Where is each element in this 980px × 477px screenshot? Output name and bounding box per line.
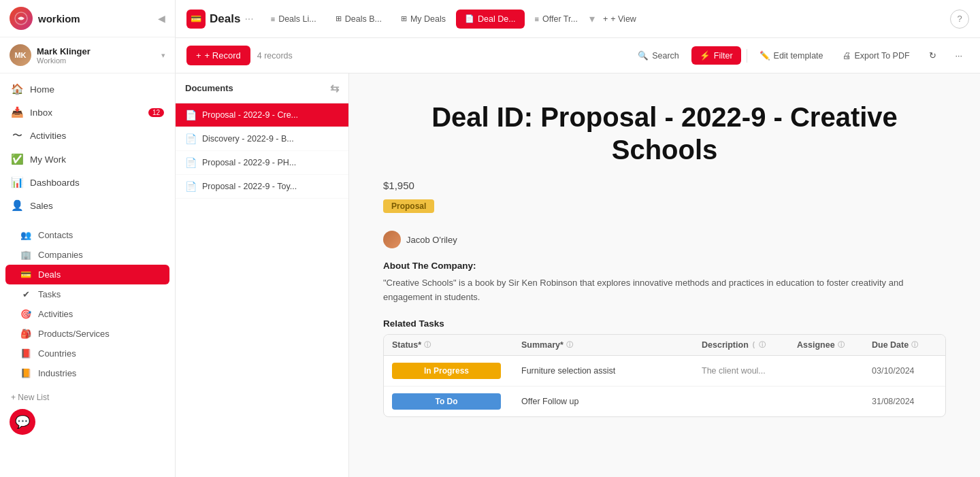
toolbar-separator	[747, 49, 747, 63]
new-list-btn[interactable]: + New List	[0, 387, 175, 408]
desc-info-icon[interactable]: ⓘ	[759, 340, 766, 350]
sidebar-item-home[interactable]: 🏠 Home	[0, 78, 175, 101]
help-button[interactable]: ?	[950, 10, 969, 29]
main-area: 💳 Deals ··· ≡ Deals Li... ⊞ Deals B... ⊞…	[176, 0, 980, 477]
doc-icon-3: 📄	[185, 157, 197, 168]
td-desc-2	[693, 395, 789, 408]
countries-icon: 📕	[20, 348, 31, 359]
nav-industries-label: Industries	[38, 368, 76, 378]
export-pdf-button[interactable]: 🖨 Export To PDF	[836, 47, 917, 65]
activities-sub-icon: 🎯	[20, 309, 31, 319]
td-status-1: In Progress	[384, 356, 513, 386]
nav-activities-label: Activities	[30, 131, 66, 141]
doc-item-1[interactable]: 📄 Proposal - 2022-9 - Cre...	[176, 103, 348, 127]
sidebar-collapse-icon[interactable]: ◀	[158, 13, 165, 24]
sidebar-item-tasks[interactable]: ✔ Tasks	[0, 284, 175, 304]
nav-deals-label: Deals	[38, 269, 61, 280]
edit-template-button[interactable]: ✏️ Edit template	[753, 46, 830, 65]
industries-icon: 📙	[20, 368, 31, 378]
sidebar-item-activities-sub[interactable]: 🎯 Activities	[0, 304, 175, 324]
avatar: MK	[10, 44, 31, 66]
tab-dropdown-icon[interactable]: ▾	[589, 12, 595, 25]
search-icon: 🔍	[638, 50, 649, 61]
doc-item-4[interactable]: 📄 Proposal - 2022-9 - Toy...	[176, 175, 348, 199]
nav-mywork-label: My Work	[30, 154, 66, 165]
sidebar: workiom ◀ MK Mark Klinger Workiom ▾ 🏠 Ho…	[0, 0, 176, 477]
filter-button[interactable]: ⚡ Filter	[691, 46, 741, 65]
tab-deals-board-icon: ⊞	[336, 14, 342, 23]
td-assignee-2	[789, 395, 864, 408]
tab-deals-board[interactable]: ⊞ Deals B...	[327, 10, 391, 29]
inbox-badge: 12	[148, 108, 164, 117]
tab-deals-list-icon: ≡	[271, 15, 275, 23]
table-row: In Progress Furniture selection assist T…	[384, 356, 945, 386]
topbar: 💳 Deals ··· ≡ Deals Li... ⊞ Deals B... ⊞…	[176, 0, 980, 38]
inbox-icon: 📥	[11, 106, 23, 118]
tab-my-deals-icon: ⊞	[401, 14, 407, 23]
td-desc-1: The client woul...	[693, 359, 789, 382]
tab-my-deals[interactable]: ⊞ My Deals	[392, 10, 455, 29]
about-title: About The Company:	[383, 261, 946, 271]
sidebar-item-products[interactable]: 🎒 Products/Services	[0, 324, 175, 344]
th-description: Description ( ⓘ	[693, 335, 789, 355]
tab-deals-list[interactable]: ≡ Deals Li...	[262, 10, 325, 29]
nav-dashboards-label: Dashboards	[30, 178, 80, 188]
documents-header: Documents ⇆	[176, 73, 348, 103]
content-area: Documents ⇆ 📄 Proposal - 2022-9 - Cre...…	[176, 73, 980, 477]
activities-icon: 〜	[11, 129, 23, 142]
due-info-icon[interactable]: ⓘ	[911, 340, 918, 350]
sidebar-item-mywork[interactable]: ✅ My Work	[0, 148, 175, 171]
module-icon: 💳	[186, 10, 206, 29]
docs-collapse-icon[interactable]: ⇆	[330, 82, 339, 95]
sidebar-item-inbox[interactable]: 📥 Inbox 12	[0, 101, 175, 124]
module-title: Deals	[210, 12, 240, 26]
doc-item-3[interactable]: 📄 Proposal - 2022-9 - PH...	[176, 151, 348, 175]
search-button[interactable]: 🔍 Search	[631, 46, 686, 65]
sidebar-item-sales[interactable]: 👤 Sales	[0, 194, 175, 217]
th-assignee: Assignee ⓘ	[789, 335, 864, 355]
td-due-1: 03/10/2024	[864, 359, 945, 382]
doc-icon-1: 📄	[185, 110, 197, 120]
deal-assignee: Jacob O'riley	[383, 231, 946, 248]
nav-home-label: Home	[30, 84, 54, 95]
table-row: To Do Offer Follow up 31/08/2024	[384, 386, 945, 416]
sidebar-item-industries[interactable]: 📙 Industries	[0, 363, 175, 383]
more-icon: ···	[956, 51, 962, 61]
sidebar-item-contacts[interactable]: 👥 Contacts	[0, 225, 175, 245]
sidebar-item-companies[interactable]: 🏢 Companies	[0, 245, 175, 265]
tab-deal-detail[interactable]: 📄 Deal De...	[456, 10, 525, 29]
assignee-avatar	[383, 231, 401, 248]
sidebar-item-activities[interactable]: 〜 Activities	[0, 124, 175, 148]
chat-button[interactable]: 💬	[10, 409, 35, 435]
status-badge-todo: To Do	[392, 393, 501, 410]
record-count: 4 records	[257, 51, 293, 61]
more-options-button[interactable]: ···	[949, 47, 969, 65]
sidebar-item-deals[interactable]: 💳 Deals	[5, 265, 169, 284]
user-section[interactable]: MK Mark Klinger Workiom ▾	[0, 37, 175, 73]
record-plus-icon: +	[196, 50, 201, 61]
brand-name: workiom	[38, 13, 80, 24]
summary-info-icon[interactable]: ⓘ	[566, 340, 573, 350]
add-view-btn[interactable]: + + View	[596, 10, 643, 28]
companies-icon: 🏢	[20, 250, 31, 260]
contacts-icon: 👥	[20, 230, 31, 240]
filter-icon: ⚡	[700, 50, 710, 61]
refresh-button[interactable]: ↻	[922, 46, 943, 65]
nav-companies-label: Companies	[38, 250, 83, 260]
nav-tasks-label: Tasks	[38, 289, 61, 299]
products-icon: 🎒	[20, 329, 31, 339]
assignee-info-icon[interactable]: ⓘ	[838, 340, 845, 350]
module-more-icon[interactable]: ···	[244, 13, 253, 25]
record-button[interactable]: + + Record	[186, 46, 250, 65]
documents-title: Documents	[185, 83, 233, 93]
nav-products-label: Products/Services	[38, 329, 110, 339]
sidebar-item-dashboards[interactable]: 📊 Dashboards	[0, 171, 175, 194]
mywork-icon: ✅	[11, 153, 23, 165]
tab-offer-tracker[interactable]: ≡ Offer Tr...	[526, 10, 587, 29]
doc-label-4: Proposal - 2022-9 - Toy...	[202, 182, 297, 191]
status-info-icon[interactable]: ⓘ	[424, 340, 431, 350]
doc-label-3: Proposal - 2022-9 - PH...	[202, 158, 296, 167]
documents-panel: Documents ⇆ 📄 Proposal - 2022-9 - Cre...…	[176, 73, 349, 477]
doc-item-2[interactable]: 📄 Discovery - 2022-9 - B...	[176, 127, 348, 151]
sidebar-item-countries[interactable]: 📕 Countries	[0, 344, 175, 363]
